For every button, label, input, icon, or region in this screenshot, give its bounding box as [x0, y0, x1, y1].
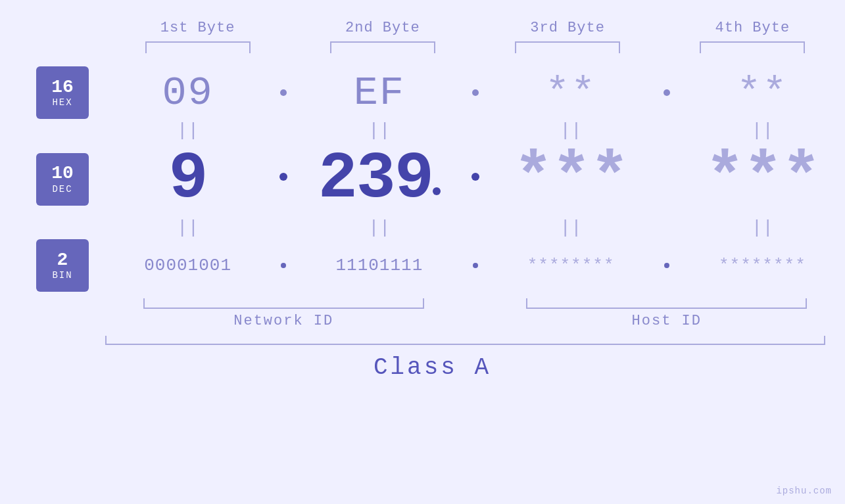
bin-b3: ******** [527, 256, 615, 275]
network-id-label: Network ID [105, 313, 462, 329]
byte4-header: 4th Byte [660, 20, 845, 36]
eq1-b4: || [680, 119, 845, 142]
bin-b2: 11101111 [335, 256, 423, 275]
byte-headers: 1st Byte 2nd Byte 3rd Byte 4th Byte [0, 20, 845, 36]
bin-badge: 2 BIN [36, 239, 89, 292]
dec-b2: 239 [318, 142, 433, 216]
eq2-b3: || [489, 216, 654, 239]
main-container: 1st Byte 2nd Byte 3rd Byte 4th Byte 16 H… [0, 0, 845, 504]
eq1-b3: || [489, 119, 654, 142]
bin-b1: 00001001 [144, 256, 231, 275]
hex-sep1 [270, 79, 297, 107]
dec-b3: *** [514, 142, 628, 216]
hex-b3: ** [545, 70, 596, 116]
full-bottom-bracket [105, 336, 825, 345]
eq2-b2: || [297, 216, 462, 239]
hex-b2: EF [354, 70, 405, 116]
class-label: Class A [374, 354, 491, 381]
eq1-b2: || [297, 119, 462, 142]
hex-sep3 [654, 79, 680, 107]
top-brackets [0, 41, 845, 53]
bin-sep1 [270, 252, 297, 280]
watermark: ipshu.com [776, 486, 832, 496]
dec-b4: *** [705, 142, 819, 216]
bin-b4: ******** [719, 256, 806, 275]
hex-b1: 09 [162, 70, 213, 116]
eq1-b1: || [105, 119, 270, 142]
dec-badge: 10 DEC [36, 153, 89, 206]
eq2-b4: || [680, 216, 845, 239]
bin-sep3 [654, 252, 680, 280]
hex-sep2 [462, 79, 489, 107]
byte1-header: 1st Byte [105, 20, 290, 36]
hex-b4: ** [736, 70, 788, 116]
dec-b1: 9 [169, 142, 207, 216]
byte2-header: 2nd Byte [290, 20, 475, 36]
host-id-label: Host ID [489, 313, 846, 329]
eq2-b1: || [105, 216, 270, 239]
hex-badge: 16 HEX [36, 66, 89, 119]
bin-sep2 [462, 252, 489, 280]
byte3-header: 3rd Byte [475, 20, 660, 36]
